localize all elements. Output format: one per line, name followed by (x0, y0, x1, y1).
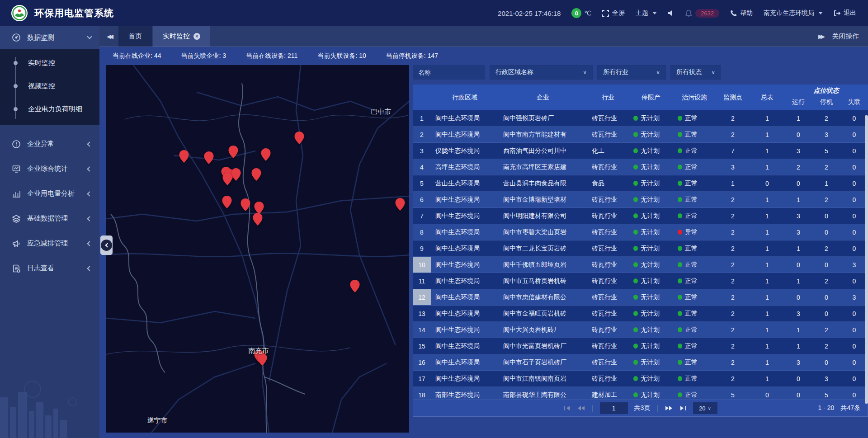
region-filter-select[interactable]: 行政区域名称 ∨ (490, 65, 593, 80)
sidebar-item-enterprise-abnormal[interactable]: 企业异常 (0, 132, 99, 156)
cell-industry: 砖瓦行业 (587, 127, 629, 142)
map-collapse-handle[interactable] (100, 235, 113, 255)
cell-region: 阆中生态环境局 (431, 354, 499, 370)
cell-running: 2 (784, 159, 812, 175)
cell-industry: 砖瓦行业 (587, 306, 629, 321)
table-row[interactable]: 7 阆中生态环境局 阆中明阳建材有限公司 砖瓦行业 无计划 正常 2 1 3 0… (413, 208, 868, 224)
vertical-scrollbar[interactable] (865, 115, 868, 404)
cell-region: 阆中生态环境局 (431, 273, 499, 289)
tabs-scroll-left-button[interactable]: ◀◀ (99, 26, 118, 47)
table-row[interactable]: 10 阆中生态环境局 阆中千佛镇五郎垭页岩 砖瓦行业 无计划 正常 2 1 0 … (413, 257, 868, 273)
industry-filter-select[interactable]: 所有行业 ∨ (597, 65, 666, 80)
table-row[interactable]: 5 营山生态环境局 营山县润丰肉食品有限 食品 无计划 正常 1 0 0 1 0 (413, 175, 868, 192)
theme-menu-button[interactable]: 主题 (636, 9, 657, 17)
cell-production-status: 无计划 (629, 273, 673, 289)
sidebar-item-power-load-detail[interactable]: 企业电力负荷明细 (0, 98, 99, 121)
map-marker-pin[interactable] (254, 202, 264, 214)
table-row[interactable]: 11 阆中生态环境局 阆中市五马桥页岩机砖 砖瓦行业 无计划 正常 2 1 1 … (413, 273, 868, 289)
map-marker-pin[interactable] (395, 198, 405, 211)
sidebar-item-video-monitor[interactable]: 视频监控 (0, 75, 99, 98)
table-row[interactable]: 1 阆中生态环境局 阆中强锐页岩砖厂 砖瓦行业 无计划 正常 2 1 1 2 0 (413, 110, 868, 127)
table-row[interactable]: 9 阆中生态环境局 阆中市二龙长宝页岩砖 砖瓦行业 无计划 正常 2 1 1 2… (413, 240, 868, 257)
cell-running: 3 (784, 224, 812, 240)
table-row[interactable]: 6 阆中生态环境局 阆中市金博瑞新型墙材 砖瓦行业 无计划 正常 2 1 1 2… (413, 192, 868, 208)
logout-button[interactable]: 退出 (834, 9, 856, 17)
sidebar-item-log-view[interactable]: 日志查看 (0, 256, 99, 281)
sidebar-item-data-monitor[interactable]: 数据监测 (0, 26, 99, 49)
next-page-button[interactable] (665, 405, 673, 411)
sidebar-item-enterprise-stats[interactable]: 企业综合统计 (0, 156, 99, 181)
cell-monitor-points: 2 (716, 208, 750, 224)
table-row[interactable]: 4 高坪生态环境局 南充市高坪区王家店建 砖瓦行业 无计划 正常 3 1 2 2… (413, 159, 868, 175)
cell-company: 阆中市金博瑞新型墙材 (499, 192, 587, 207)
table-row[interactable]: 17 阆中生态环境局 阆中市江南镇阆南页岩 砖瓦行业 无计划 正常 2 1 0 … (413, 371, 868, 387)
map-marker-pin[interactable] (228, 146, 238, 158)
map-marker-pin[interactable] (204, 151, 214, 164)
table-row[interactable]: 18 南部生态环境局 南部县砚华土陶有限公 建材加工 无计划 正常 5 0 0 … (413, 387, 868, 400)
status-dot-icon (633, 295, 638, 300)
page-size-select[interactable]: 20 ∨ (693, 402, 717, 414)
map-canvas[interactable]: 巴中市南充市遂宁市 (106, 65, 409, 433)
table-row[interactable]: 2 阆中生态环境局 阆中市南方节能建材有 砖瓦行业 无计划 正常 2 1 0 3… (413, 127, 868, 143)
first-page-button[interactable] (563, 405, 571, 411)
sidebar-item-emergency-reduction[interactable]: 应急减排管理 (0, 231, 99, 256)
speaker-icon (668, 10, 675, 16)
sidebar-item-realtime-monitor[interactable]: 实时监控 (0, 52, 99, 75)
sidebar-item-power-analysis[interactable]: 企业用电量分析 (0, 181, 99, 206)
map-city-label: 巴中市 (371, 108, 392, 116)
table-row[interactable]: 3 仪陇生态环境局 西南油气田分公司川中 化工 无计划 正常 7 1 3 5 0 (413, 143, 868, 159)
map-marker-pin[interactable] (222, 173, 232, 185)
map-marker-pin[interactable] (294, 132, 304, 144)
tab-home[interactable]: 首页 (118, 26, 152, 47)
map-marker-pin[interactable] (231, 168, 241, 181)
chevron-left-icon (87, 166, 92, 171)
cell-monitor-points: 2 (716, 338, 750, 354)
column-header-company: 企业 (499, 85, 587, 110)
bar-chart-icon (12, 189, 21, 198)
cell-index: 8 (413, 224, 431, 240)
cell-facility-status: 正常 (673, 208, 716, 224)
map-marker-pin[interactable] (222, 196, 232, 208)
cell-monitor-points: 2 (716, 224, 750, 240)
cell-company: 阆中千佛镇五郎垭页岩 (499, 257, 587, 273)
cell-lost: 0 (840, 224, 868, 240)
help-button[interactable]: 帮助 (730, 9, 753, 17)
cell-production-status: 无计划 (629, 224, 673, 240)
map-marker-pin[interactable] (261, 148, 271, 161)
tabs-scroll-right-button[interactable]: ▶▶ (818, 33, 823, 40)
user-org-menu[interactable]: 南充市生态环境局 (764, 9, 823, 17)
cell-region: 高坪生态环境局 (431, 159, 499, 175)
map-marker-pin[interactable] (251, 168, 261, 181)
column-header-total-meter: 总表 (750, 85, 784, 110)
map-marker-pin[interactable] (179, 150, 189, 163)
page-number-input[interactable] (600, 402, 628, 414)
name-filter-input[interactable] (413, 65, 485, 80)
fullscreen-button[interactable]: 全屏 (602, 9, 625, 17)
notifications-button[interactable]: 2632 (685, 9, 719, 18)
close-icon[interactable]: × (193, 33, 200, 40)
sidebar: 数据监测 实时监控 视频监控 企业电力负荷明细 企业异常 (0, 26, 99, 438)
tab-realtime-monitor[interactable]: 实时监控 × (153, 26, 210, 47)
sound-toggle-button[interactable] (668, 10, 675, 16)
cell-index: 5 (413, 175, 431, 191)
map-marker-pin[interactable] (253, 213, 263, 226)
table-row[interactable]: 15 阆中生态环境局 阆中市光富页岩机砖厂 砖瓦行业 无计划 正常 2 1 1 … (413, 338, 868, 354)
table-row[interactable]: 8 阆中生态环境局 阆中市枣碧大梁山页岩 砖瓦行业 无计划 异常 2 1 3 0… (413, 224, 868, 240)
status-dot-icon (633, 148, 638, 153)
cell-stopped: 2 (812, 110, 840, 126)
close-operations-button[interactable]: 关闭操作 (832, 32, 859, 41)
cell-stopped: 0 (812, 224, 840, 240)
sidebar-item-base-data[interactable]: 基础数据管理 (0, 206, 99, 231)
table-row[interactable]: 13 阆中生态环境局 阆中市金福旺页岩机砖 砖瓦行业 无计划 正常 2 1 3 … (413, 306, 868, 322)
status-dot-icon (678, 311, 682, 316)
table-row[interactable]: 12 阆中生态环境局 阆中市忠信建材有限公 砖瓦行业 无计划 正常 2 1 0 … (413, 289, 868, 306)
table-row[interactable]: 14 阆中生态环境局 阆中大兴页岩机砖厂 砖瓦行业 无计划 正常 2 1 1 2… (413, 322, 868, 338)
table-row[interactable]: 16 阆中生态环境局 阆中市石子页岩机砖厂 砖瓦行业 无计划 正常 2 1 3 … (413, 354, 868, 371)
cell-region: 营山生态环境局 (431, 175, 499, 191)
prev-page-button[interactable] (577, 405, 585, 411)
map-marker-pin[interactable] (241, 198, 250, 211)
map-marker-pin[interactable] (350, 280, 360, 292)
last-page-button[interactable] (679, 405, 687, 411)
cell-facility-status: 正常 (673, 273, 716, 289)
status-filter-select[interactable]: 所有状态 ∨ (670, 65, 721, 80)
